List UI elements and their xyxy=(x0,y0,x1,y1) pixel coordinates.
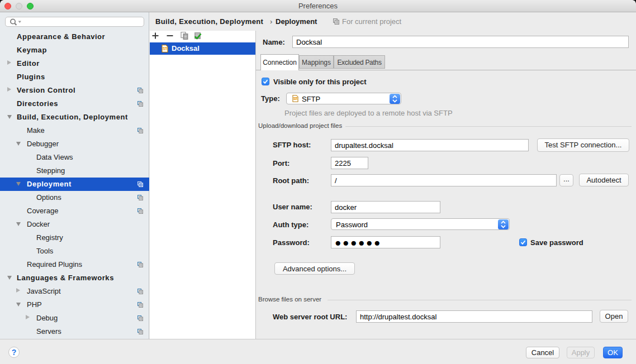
svg-text:sftp: sftp xyxy=(163,47,167,50)
svg-text:sftp: sftp xyxy=(293,97,298,100)
